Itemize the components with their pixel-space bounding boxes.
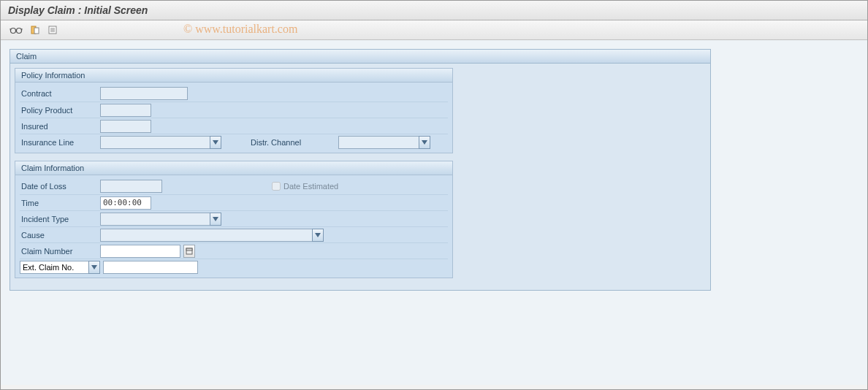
- contract-label: Contract: [20, 89, 100, 98]
- chevron-down-icon[interactable]: [419, 136, 430, 149]
- list-icon[interactable]: [47, 25, 58, 35]
- cause-input[interactable]: [100, 229, 312, 242]
- svg-rect-3: [34, 28, 39, 34]
- chevron-down-icon[interactable]: [210, 213, 221, 226]
- content-area: Claim Policy Information Contract Policy…: [1, 40, 867, 385]
- glasses-icon[interactable]: [9, 26, 23, 34]
- policy-info-panel: Policy Information Contract Policy Produ…: [15, 68, 453, 153]
- insurance-line-dropdown[interactable]: [100, 136, 221, 149]
- ext-claim-no-selector[interactable]: [20, 261, 88, 274]
- distr-channel-input[interactable]: [338, 136, 419, 149]
- date-estimated-label: Date Estimated: [283, 182, 338, 191]
- incident-type-dropdown[interactable]: [100, 213, 221, 226]
- page-title: Display Claim : Initial Screen: [1, 1, 867, 20]
- ext-claim-no-input[interactable]: [103, 261, 198, 274]
- date-of-loss-label: Date of Loss: [20, 182, 100, 191]
- insurance-line-label: Insurance Line: [20, 138, 100, 147]
- search-help-icon[interactable]: [183, 245, 195, 258]
- policy-info-header: Policy Information: [15, 69, 452, 83]
- insurance-line-input[interactable]: [100, 136, 210, 149]
- svg-rect-9: [186, 248, 192, 251]
- claim-number-label: Claim Number: [20, 247, 100, 256]
- time-label: Time: [20, 199, 100, 207]
- date-of-loss-input[interactable]: [100, 180, 162, 193]
- incident-type-label: Incident Type: [20, 215, 100, 223]
- distr-channel-label: Distr. Channel: [251, 138, 338, 147]
- policy-product-input[interactable]: [100, 104, 151, 117]
- watermark: © www.tutorialkart.com: [183, 23, 297, 36]
- claim-panel: Claim Policy Information Contract Policy…: [9, 49, 711, 291]
- distr-channel-dropdown[interactable]: [338, 136, 430, 149]
- svg-point-1: [17, 28, 22, 34]
- insured-input[interactable]: [100, 120, 151, 133]
- claim-number-input[interactable]: [100, 245, 180, 258]
- chevron-down-icon[interactable]: [312, 229, 324, 242]
- claim-panel-header: Claim: [10, 50, 710, 64]
- contract-input[interactable]: [100, 87, 188, 100]
- chevron-down-icon[interactable]: [210, 136, 221, 149]
- time-input[interactable]: [100, 196, 151, 210]
- claim-info-panel: Claim Information Date of Loss Date Esti…: [15, 161, 453, 278]
- object-services-icon[interactable]: [30, 25, 40, 35]
- policy-product-label: Policy Product: [20, 106, 100, 115]
- svg-point-0: [11, 28, 16, 34]
- claim-info-header: Claim Information: [15, 161, 452, 175]
- cause-label: Cause: [20, 231, 100, 240]
- toolbar: © www.tutorialkart.com: [1, 20, 867, 40]
- chevron-down-icon[interactable]: [88, 261, 100, 274]
- ext-claim-no-dropdown[interactable]: [20, 261, 100, 274]
- date-estimated-checkbox: [272, 182, 281, 191]
- cause-dropdown[interactable]: [100, 229, 324, 242]
- incident-type-input[interactable]: [100, 213, 210, 226]
- insured-label: Insured: [20, 122, 100, 131]
